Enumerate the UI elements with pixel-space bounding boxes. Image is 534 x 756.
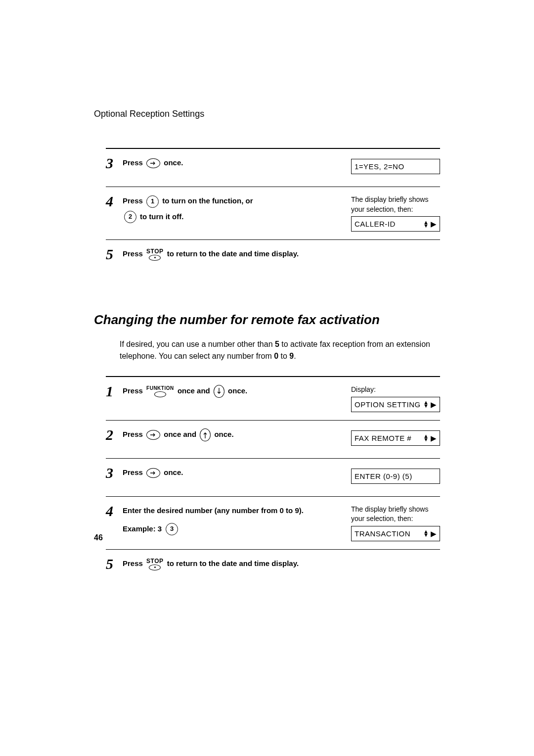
step-number: 5 (106, 247, 123, 262)
down-arrow-icon (214, 385, 224, 398)
step-instruction: Press once. (123, 156, 351, 169)
step-instruction: Press STOP to return to the date and tim… (123, 557, 440, 570)
step-number: 2 (106, 427, 123, 442)
page-number: 46 (94, 533, 103, 542)
nav-arrows-icon: ▲▼▶ (423, 433, 437, 443)
step-number: 1 (106, 384, 123, 399)
step-instruction: Press 1 to turn on the function, or 2 to… (123, 194, 351, 223)
manual-page: Optional Reception Settings 3 Press once… (0, 0, 534, 587)
step-number: 4 (106, 194, 123, 209)
right-arrow-icon (146, 430, 160, 440)
lcd-display: 1=YES, 2=NO (351, 159, 440, 174)
step-instruction: Press once. (123, 466, 351, 479)
lcd-display: CALLER-ID ▲▼▶ (351, 216, 440, 232)
nav-arrows-icon: ▲▼▶ (423, 399, 437, 410)
step-number: 4 (106, 504, 123, 519)
step-number: 3 (106, 466, 123, 480)
section-heading: Changing the number for remote fax activ… (94, 312, 440, 328)
right-arrow-icon (146, 158, 160, 168)
funktion-key-icon: FUNKTION (146, 386, 174, 397)
step-row: 1 Press FUNKTION once and once. Display: (106, 377, 440, 420)
step-row: 4 Enter the desired number (any number f… (106, 497, 440, 549)
step-row: 3 Press once. 1=YES, 2=NO (106, 149, 440, 187)
bottom-steps: 1 Press FUNKTION once and once. Display: (106, 376, 440, 587)
lcd-display: ENTER (0-9) (5) (351, 469, 440, 484)
step-instruction: Enter the desired number (any number fro… (123, 504, 351, 535)
nav-arrows-icon: ▲▼▶ (423, 219, 437, 229)
nav-arrows-icon: ▲▼▶ (423, 528, 437, 539)
running-header: Optional Reception Settings (94, 109, 440, 119)
step-number: 3 (106, 156, 123, 171)
step-instruction: Press STOP to return to the date and tim… (123, 247, 440, 261)
up-arrow-icon (200, 428, 211, 441)
display-label: Display: (351, 385, 440, 395)
lcd-display: TRANSACTION ▲▼▶ (351, 526, 440, 541)
top-steps: 3 Press once. 1=YES, 2=NO 4 (106, 148, 440, 278)
step-number: 5 (106, 557, 123, 571)
step-instruction: Press FUNKTION once and once. (123, 384, 351, 398)
step-row: 5 Press STOP to return to the date and t… (106, 550, 440, 587)
display-note: The display briefly shows your selection… (351, 195, 440, 214)
right-arrow-icon (146, 468, 160, 478)
lcd-display: FAX REMOTE # ▲▼▶ (351, 430, 440, 446)
step-row: 2 Press once and once. FAX REMOTE # (106, 421, 440, 458)
stop-key-icon: STOP (146, 248, 163, 261)
display-note: The display briefly shows your selection… (351, 505, 440, 524)
section-intro: If desired, you can use a number other t… (120, 338, 440, 362)
step-instruction: Press once and once. (123, 427, 351, 441)
keypad-2-icon: 2 (124, 211, 136, 223)
keypad-1-icon: 1 (146, 195, 159, 208)
step-row: 5 Press STOP to return to the date and t… (106, 240, 440, 278)
stop-key-icon: STOP (146, 558, 163, 570)
step-row: 3 Press once. ENTER (0-9) (5) (106, 459, 440, 496)
lcd-display: OPTION SETTING ▲▼▶ (351, 397, 440, 412)
step-row: 4 Press 1 to turn on the function, or 2 … (106, 187, 440, 239)
keypad-3-icon: 3 (166, 523, 178, 535)
